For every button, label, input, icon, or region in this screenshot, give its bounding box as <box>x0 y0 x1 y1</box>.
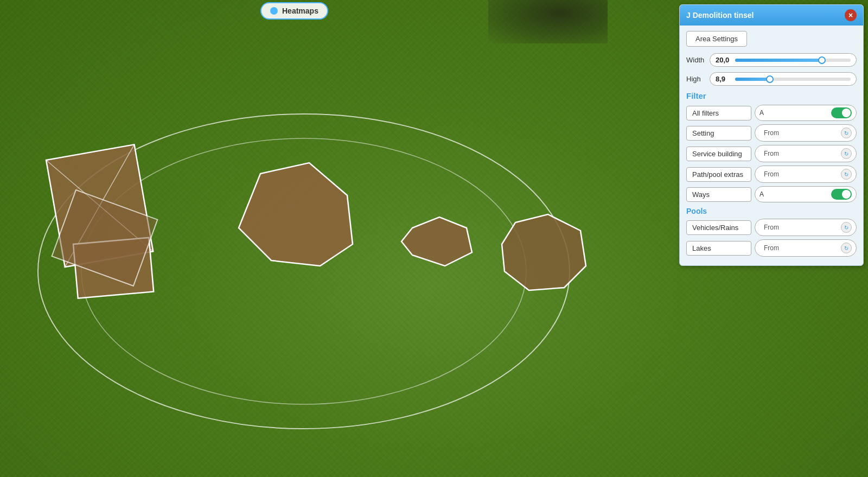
vehicles-rains-control[interactable]: From ↻ <box>755 219 857 236</box>
service-building-label: Service building <box>686 147 751 161</box>
width-value: 20,0 <box>716 56 731 64</box>
path-pool-extras-control[interactable]: From ↻ <box>755 166 857 183</box>
lakes-spin-btn[interactable]: ↻ <box>841 243 852 253</box>
filter-section-title: Filter <box>686 91 857 100</box>
area-settings-button[interactable]: Area Settings <box>686 31 747 47</box>
ways-control[interactable]: A <box>755 186 857 202</box>
lakes-row: Lakes From ↻ <box>686 239 857 257</box>
width-fill <box>735 59 822 62</box>
high-fill <box>735 78 770 81</box>
pools-section-title: Pools <box>686 207 857 215</box>
heatmaps-label: Heatmaps <box>282 7 318 15</box>
service-building-row: Service building From ↻ <box>686 145 857 162</box>
ways-toggle[interactable] <box>831 189 852 200</box>
width-control[interactable]: 20,0 <box>710 53 857 67</box>
vehicles-rains-spin-btn[interactable]: ↻ <box>841 222 852 233</box>
high-value: 8,9 <box>716 75 731 83</box>
width-thumb[interactable] <box>818 56 826 64</box>
heatmaps-button[interactable]: Heatmaps <box>260 2 328 20</box>
path-pool-extras-from-text: From <box>760 168 783 180</box>
setting-spin-btn[interactable]: ↻ <box>841 128 852 138</box>
svg-marker-8 <box>401 217 472 266</box>
panel-body: Area Settings Width 20,0 High 8,9 <box>680 26 863 265</box>
service-building-from-text: From <box>760 148 783 160</box>
path-pool-extras-row: Path/pool extras From ↻ <box>686 166 857 183</box>
all-filters-toggle[interactable] <box>831 107 852 118</box>
setting-control[interactable]: From ↻ <box>755 124 857 142</box>
panel-close-button[interactable]: × <box>845 9 857 21</box>
svg-marker-7 <box>239 163 353 266</box>
all-filters-text: A <box>760 109 764 117</box>
vehicles-rains-from-text: From <box>760 221 783 233</box>
panel-title: J Demolition tinsel <box>686 11 754 20</box>
demolition-panel: J Demolition tinsel × Area Settings Widt… <box>679 4 864 266</box>
ways-text: A <box>760 190 764 198</box>
path-pool-extras-spin-btn[interactable]: ↻ <box>841 169 852 180</box>
path-pool-extras-label: Path/pool extras <box>686 167 751 182</box>
setting-label: Setting <box>686 126 751 141</box>
game-canvas <box>0 0 613 477</box>
ways-row: Ways A <box>686 186 857 202</box>
svg-marker-9 <box>502 214 586 290</box>
service-building-spin-btn[interactable]: ↻ <box>841 148 852 159</box>
high-label: High <box>686 75 705 83</box>
lakes-from-text: From <box>760 242 783 254</box>
width-track[interactable] <box>735 59 851 62</box>
width-label: Width <box>686 56 705 64</box>
setting-from-text: From <box>760 127 783 139</box>
all-filters-control[interactable]: A <box>755 105 857 121</box>
high-control[interactable]: 8,9 <box>710 72 857 86</box>
all-filters-row: All filters A <box>686 105 857 121</box>
lakes-label: Lakes <box>686 241 751 256</box>
ways-label: Ways <box>686 187 751 202</box>
panel-header: J Demolition tinsel × <box>680 5 863 26</box>
all-filters-label: All filters <box>686 106 751 120</box>
service-building-control[interactable]: From ↻ <box>755 145 857 162</box>
high-slider-row: High 8,9 <box>686 72 857 86</box>
setting-row: Setting From ↻ <box>686 124 857 142</box>
high-track[interactable] <box>735 78 851 81</box>
vehicles-rains-label: Vehicles/Rains <box>686 220 751 235</box>
heatmaps-dot <box>270 7 278 15</box>
lakes-control[interactable]: From ↻ <box>755 239 857 257</box>
vehicles-rains-row: Vehicles/Rains From ↻ <box>686 219 857 236</box>
high-thumb[interactable] <box>766 75 774 83</box>
width-slider-row: Width 20,0 <box>686 53 857 67</box>
